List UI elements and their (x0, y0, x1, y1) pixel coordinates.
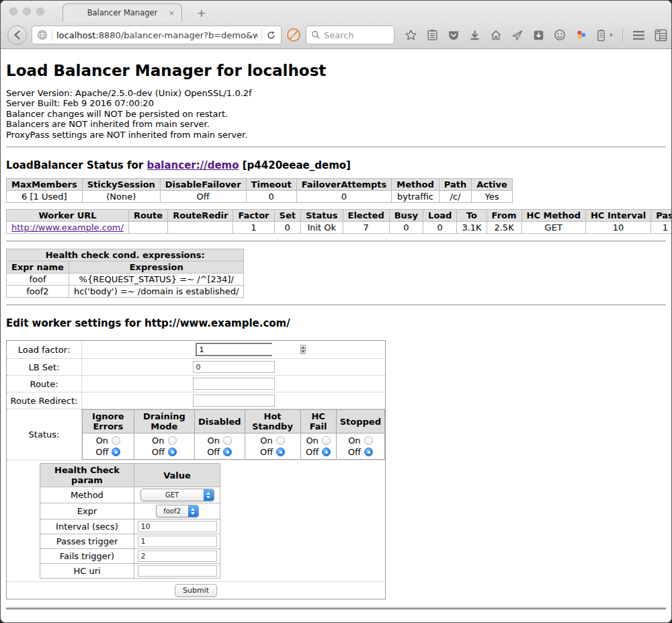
back-button[interactable] (7, 26, 27, 45)
column-header: MaxMembers (7, 179, 83, 191)
column-header: Ignore Errors (83, 410, 134, 433)
feedback-smiley-icon[interactable] (554, 29, 566, 41)
cell-failoverattempts: 0 (296, 191, 392, 203)
route-input[interactable] (193, 378, 275, 390)
column-header: Timeout (246, 179, 296, 191)
draining-mode-on-radio[interactable] (168, 436, 177, 445)
status-cell-hot-standby: On Off (245, 433, 300, 460)
reload-icon[interactable] (266, 30, 276, 40)
cell-route (128, 222, 167, 234)
hc-expressions-table: Health check cond. expressions: Expr nam… (6, 249, 244, 298)
hot-standby-on-radio[interactable] (276, 436, 285, 445)
window-controls[interactable] (9, 7, 44, 15)
hc-method-selected-value: GET (141, 491, 204, 499)
hot-standby-off-radio[interactable] (276, 448, 285, 456)
number-spinner-icon[interactable] (300, 345, 306, 354)
extension-dots-icon[interactable] (575, 29, 587, 41)
lb-set-input[interactable] (193, 361, 275, 373)
zoom-window-icon[interactable] (36, 7, 44, 15)
column-header: Elected (343, 210, 389, 222)
new-tab-button[interactable]: + (197, 8, 206, 19)
bookmark-star-icon[interactable] (405, 29, 417, 42)
table-header-row: Worker URL Route RouteRedir Factor Set S… (7, 210, 672, 222)
stopped-on-radio[interactable] (364, 436, 373, 445)
toolbar-icons: ▾ (405, 28, 667, 42)
reading-list-icon[interactable] (427, 29, 438, 41)
send-icon[interactable] (511, 30, 523, 41)
menu-hamburger-icon[interactable] (632, 30, 645, 40)
route-redirect-label: Route Redirect: (7, 392, 82, 409)
hc-row-expr: Expr foof2 (40, 503, 220, 520)
draining-mode-off-radio[interactable] (168, 448, 177, 456)
cell-disablefailover: Off (160, 191, 246, 203)
form-row-route: Route: (7, 376, 386, 392)
home-icon[interactable] (490, 30, 502, 41)
hc-row-interval: Interval (secs) (40, 520, 220, 534)
edit-worker-heading: Edit worker settings for http://www.exam… (6, 317, 666, 329)
column-header: Expr name (7, 261, 69, 274)
table-row: foof %{REQUEST_STATUS} =~ /^[234]/ (7, 274, 244, 286)
downloads-icon[interactable] (469, 30, 480, 41)
column-header: DisableFailover (160, 179, 246, 191)
disabled-on-radio[interactable] (223, 436, 232, 445)
browser-window: Balancer Manager × + localhost:8880/bala… (0, 0, 672, 623)
route-redirect-input[interactable] (193, 394, 275, 407)
form-row-submit: Submit (7, 582, 386, 599)
heading-prefix: LoadBalancer Status for (6, 159, 146, 171)
ignore-errors-off-radio[interactable] (112, 448, 120, 456)
radio-off-label: Off (306, 446, 319, 458)
device-battery-icon[interactable] (597, 29, 605, 42)
hc-uri-input[interactable] (138, 565, 217, 577)
hc-interval-input[interactable] (138, 521, 217, 532)
load-factor-stepper[interactable] (196, 343, 272, 356)
status-header-row: Ignore Errors Draining Mode Disabled Hot… (83, 410, 385, 433)
status-cell-hc-fail: On Off (300, 433, 336, 460)
ignore-errors-on-radio[interactable] (112, 436, 120, 445)
search-bar[interactable] (306, 26, 394, 44)
hc-fails-label: Fails trigger) (40, 549, 134, 564)
column-header: HC Fail (300, 410, 336, 433)
balancer-demo-link[interactable]: balancer://demo (146, 159, 239, 171)
blocked-content-icon[interactable] (286, 28, 301, 42)
edit-worker-form-table: Load factor: LB Set: Route: Route Redire… (6, 340, 386, 599)
hc-passes-input[interactable] (138, 536, 217, 547)
form-row-health-check: Health Check param Value Method GET Expr (7, 460, 386, 582)
url-bar[interactable]: localhost:8880/balancer-manager?b=demo&w… (32, 26, 282, 44)
column-header: StickySession (82, 179, 160, 191)
radio-on-label: On (306, 435, 318, 446)
cell-set: 0 (274, 222, 300, 234)
divider (6, 241, 666, 242)
route-label: Route: (7, 376, 82, 392)
hc-fail-off-radio[interactable] (322, 448, 331, 456)
worker-url-link[interactable]: http://www.example.com/ (11, 222, 124, 233)
urlbar-divider (261, 29, 262, 41)
hc-fails-input[interactable] (138, 550, 217, 562)
pocket-icon[interactable] (448, 30, 460, 41)
chevron-down-icon[interactable]: ▾ (610, 32, 613, 38)
page-content: Load Balancer Manager for localhost Serv… (1, 49, 671, 612)
cell-maxmembers: 6 [1 Used] (7, 191, 83, 203)
column-header: RouteRedir (168, 210, 233, 222)
url-text[interactable]: localhost:8880/balancer-manager?b=demo&w… (56, 30, 257, 40)
form-row-lb-set: LB Set: (7, 359, 386, 376)
submit-button[interactable]: Submit (175, 584, 217, 597)
table-row: http://www.example.com/ 1 0 Init Ok 7 0 … (7, 222, 672, 234)
hc-fail-on-radio[interactable] (322, 436, 331, 445)
column-header: Stopped (336, 410, 384, 433)
search-input[interactable] (324, 30, 384, 40)
close-window-icon[interactable] (9, 7, 17, 15)
tab-close-icon[interactable]: × (169, 9, 175, 17)
save-to-device-icon[interactable] (533, 30, 544, 41)
url-domain: localhost (56, 30, 95, 40)
hc-method-select[interactable]: GET (140, 489, 214, 501)
tab-balancer-manager[interactable]: Balancer Manager × (62, 3, 182, 22)
minimize-window-icon[interactable] (23, 7, 31, 15)
load-factor-input[interactable] (197, 344, 300, 355)
form-row-status: Status: Ignore Errors Draining Mode Disa… (7, 409, 386, 460)
stopped-off-radio[interactable] (364, 448, 373, 456)
grid-pages-icon[interactable] (655, 29, 667, 42)
hc-expr-select[interactable]: foof2 (156, 505, 199, 517)
radio-off-label: Off (207, 446, 220, 458)
disabled-off-radio[interactable] (223, 448, 232, 456)
cell-expression: %{REQUEST_STATUS} =~ /^[234]/ (69, 274, 244, 286)
